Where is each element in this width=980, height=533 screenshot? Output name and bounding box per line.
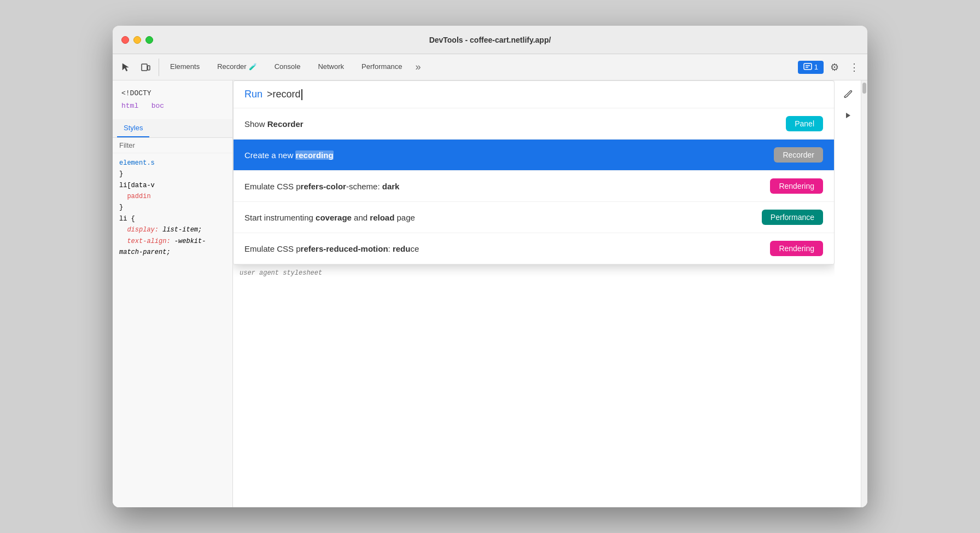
right-panel: Run >record Show Recorder Panel [233, 80, 835, 507]
recorder-flask-icon: 🧪 [249, 63, 257, 71]
css-code: element.s } li[data-v paddin } li { disp… [113, 153, 232, 263]
svg-marker-5 [846, 113, 850, 118]
sidebar-panel [835, 80, 861, 507]
recorder-badge[interactable]: Recorder [774, 147, 823, 163]
scroll-thumb[interactable] [862, 83, 866, 94]
background-code: user agent stylesheet [233, 265, 835, 507]
chat-badge[interactable]: 1 [798, 61, 824, 74]
tab-console[interactable]: Console [266, 54, 310, 80]
command-item-label: Start instrumenting coverage and reload … [244, 213, 415, 222]
cursor-icon[interactable] [117, 59, 135, 76]
paint-icon[interactable] [839, 85, 856, 102]
html-line: html boc [121, 100, 224, 112]
rendering-badge-1[interactable]: Rendering [770, 178, 823, 194]
performance-badge[interactable]: Performance [762, 210, 823, 225]
titlebar: DevTools - coffee-cart.netlify.app/ [113, 26, 867, 54]
toolbar-icons [117, 59, 159, 76]
rendering-badge-2[interactable]: Rendering [770, 241, 823, 256]
tab-network[interactable]: Network [309, 54, 353, 80]
command-input-row: Run >record [234, 81, 834, 108]
device-icon[interactable] [137, 59, 154, 76]
minimize-button[interactable] [133, 36, 141, 44]
command-item-label: Emulate CSS prefers-reduced-motion: redu… [244, 244, 419, 253]
triangle-icon[interactable] [839, 107, 856, 124]
settings-button[interactable]: ⚙ [826, 59, 843, 76]
chat-count: 1 [814, 63, 818, 71]
toolbar: Elements Recorder 🧪 Console Network Perf… [113, 54, 867, 80]
toolbar-right: 1 ⚙ ⋮ [798, 59, 863, 76]
tab-elements[interactable]: Elements [161, 54, 208, 80]
command-item-create-recording[interactable]: Create a new recording Recorder [234, 140, 834, 171]
run-label: Run [244, 89, 262, 100]
command-item-show-recorder[interactable]: Show Recorder Panel [234, 108, 834, 140]
cursor [301, 89, 302, 100]
tab-recorder[interactable]: Recorder 🧪 [208, 54, 265, 80]
command-overlay: Run >record Show Recorder Panel [233, 80, 835, 507]
left-panel: <!DOCTY html boc Styles Filter element.s [113, 80, 233, 507]
command-input-text: >record [267, 89, 302, 100]
svg-rect-2 [804, 63, 812, 69]
command-item-label: Show Recorder [244, 119, 304, 129]
traffic-lights [121, 36, 153, 44]
styles-tab-bar: Styles [113, 119, 232, 138]
command-item-label: Emulate CSS prefers-color-scheme: dark [244, 182, 399, 191]
command-item-emulate-motion[interactable]: Emulate CSS prefers-reduced-motion: redu… [234, 233, 834, 264]
window-title: DevTools - coffee-cart.netlify.app/ [429, 36, 551, 44]
tab-performance[interactable]: Performance [353, 54, 411, 80]
chat-icon [803, 63, 812, 72]
command-item-label: Create a new recording [244, 150, 334, 160]
more-tabs-button[interactable]: » [411, 54, 425, 80]
doctype-line: <!DOCTY [121, 87, 224, 100]
command-item-coverage[interactable]: Start instrumenting coverage and reload … [234, 202, 834, 233]
main-area: <!DOCTY html boc Styles Filter element.s [113, 80, 867, 507]
tabs: Elements Recorder 🧪 Console Network Perf… [161, 54, 798, 80]
filter-bar: Filter [113, 138, 232, 153]
panel-badge[interactable]: Panel [786, 116, 823, 131]
command-item-emulate-dark[interactable]: Emulate CSS prefers-color-scheme: dark R… [234, 171, 834, 202]
svg-rect-1 [148, 66, 150, 70]
close-button[interactable] [121, 36, 129, 44]
dom-tree: <!DOCTY html boc [113, 80, 232, 119]
scrollbar[interactable] [861, 80, 867, 507]
devtools-window: DevTools - coffee-cart.netlify.app/ [113, 26, 867, 507]
more-options-button[interactable]: ⋮ [845, 59, 863, 76]
command-palette: Run >record Show Recorder Panel [233, 80, 835, 265]
svg-rect-0 [142, 64, 147, 71]
styles-tab[interactable]: Styles [117, 119, 149, 137]
paint-brush-icon [843, 89, 853, 99]
devtools-body: Elements Recorder 🧪 Console Network Perf… [113, 54, 867, 507]
maximize-button[interactable] [145, 36, 153, 44]
